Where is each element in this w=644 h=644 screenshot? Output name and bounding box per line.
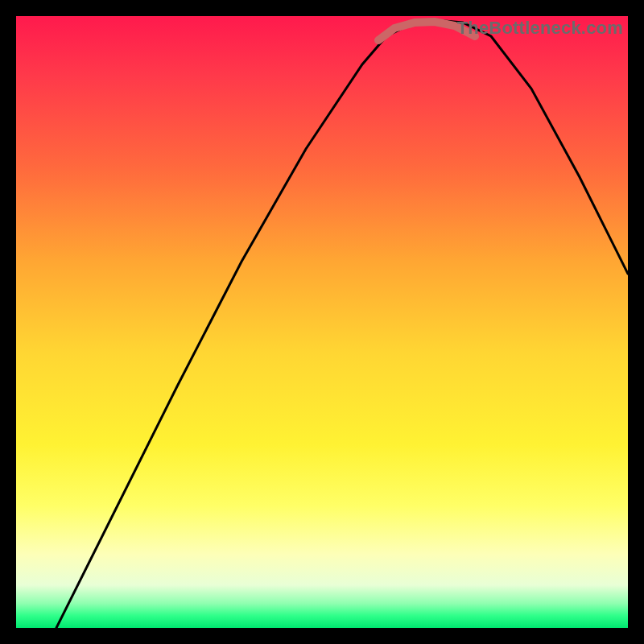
watermark-text: TheBottleneck.com bbox=[457, 18, 623, 39]
chart-frame: TheBottleneck.com bbox=[16, 16, 628, 628]
bottleneck-curve bbox=[56, 20, 628, 628]
chart-svg bbox=[16, 16, 628, 628]
